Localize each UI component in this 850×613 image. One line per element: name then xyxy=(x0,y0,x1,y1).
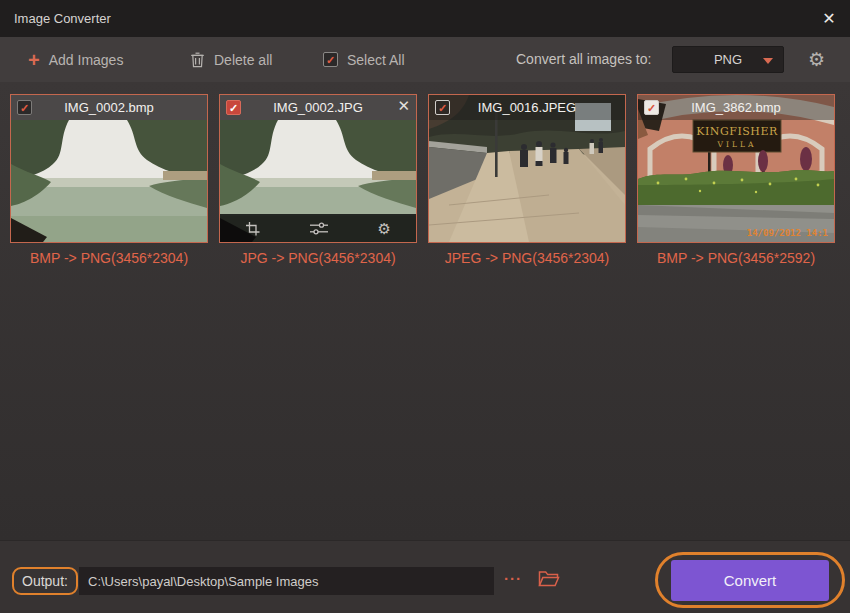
plus-icon: + xyxy=(28,50,40,70)
conversion-caption-2: JPG -> PNG(3456*2304) xyxy=(219,250,417,266)
card-header-2: ✓ IMG_0002.JPG xyxy=(220,95,416,120)
open-folder-icon[interactable] xyxy=(538,570,560,591)
image-cell-2: ✓ IMG_0002.JPG ✕ xyxy=(219,94,417,266)
card-header-3: ✓ IMG_0016.JPEG xyxy=(429,95,625,120)
convert-button-annotation: Convert xyxy=(655,552,845,608)
image-checkbox-3[interactable]: ✓ xyxy=(435,100,450,115)
thumbnail-lake-1 xyxy=(11,120,207,242)
convert-button[interactable]: Convert xyxy=(671,560,829,601)
image-card-4[interactable]: KINGFISHER VILLA xyxy=(637,94,835,243)
output-path-input[interactable] xyxy=(79,567,494,595)
filename-3: IMG_0016.JPEG xyxy=(429,95,625,120)
convert-all-label: Convert all images to: xyxy=(516,37,651,82)
filename-4: IMG_3862.bmp xyxy=(638,95,834,120)
delete-all-label: Delete all xyxy=(214,52,272,68)
output-label-annotation: Output: xyxy=(12,567,78,595)
format-selected-value: PNG xyxy=(714,52,742,67)
card-tool-overlay: ⚙ xyxy=(220,214,416,242)
image-checkbox-2[interactable]: ✓ xyxy=(226,100,241,115)
image-list-area: ✓ IMG_0002.bmp BMP -> PNG(3456*2304) xyxy=(0,82,850,540)
image-cell-1: ✓ IMG_0002.bmp BMP -> PNG(3456*2304) xyxy=(10,94,208,266)
image-card-1[interactable]: ✓ IMG_0002.bmp xyxy=(10,94,208,243)
image-converter-window: Image Converter ✕ + Add Images Delete al… xyxy=(0,0,850,613)
image-card-2[interactable]: ✓ IMG_0002.JPG ✕ xyxy=(219,94,417,243)
conversion-caption-1: BMP -> PNG(3456*2304) xyxy=(10,250,208,266)
window-close-icon[interactable]: ✕ xyxy=(818,8,840,30)
window-title: Image Converter xyxy=(14,0,111,37)
chevron-down-icon xyxy=(763,58,773,64)
filename-1: IMG_0002.bmp xyxy=(11,95,207,120)
crop-icon[interactable] xyxy=(245,221,260,236)
trash-icon xyxy=(190,51,205,68)
add-images-label: Add Images xyxy=(49,52,124,68)
checkbox-check-icon: ✓ xyxy=(323,52,338,67)
output-label: Output: xyxy=(22,573,68,589)
image-cell-4: KINGFISHER VILLA xyxy=(637,94,835,266)
adjust-sliders-icon[interactable] xyxy=(310,221,328,236)
image-cards-row: ✓ IMG_0002.bmp BMP -> PNG(3456*2304) xyxy=(10,94,835,266)
photo-date-stamp: 14/09/2012 14:1 xyxy=(747,228,828,238)
bottombar: Output: ··· Convert xyxy=(0,540,850,613)
filename-2: IMG_0002.JPG xyxy=(220,95,416,120)
browse-ellipsis-button[interactable]: ··· xyxy=(504,570,522,587)
conversion-caption-3: JPEG -> PNG(3456*2304) xyxy=(428,250,626,266)
titlebar: Image Converter ✕ xyxy=(0,0,850,37)
image-checkbox-4[interactable]: ✓ xyxy=(644,100,659,115)
image-checkbox-1[interactable]: ✓ xyxy=(17,100,32,115)
settings-gear-icon[interactable]: ⚙ xyxy=(808,37,825,82)
remove-image-icon[interactable]: ✕ xyxy=(397,97,410,115)
villa-sign-line1: KINGFISHER xyxy=(696,125,778,138)
format-dropdown[interactable]: PNG xyxy=(672,46,784,73)
select-all-label: Select All xyxy=(347,52,405,68)
card-header-1: ✓ IMG_0002.bmp xyxy=(11,95,207,120)
select-all-checkbox[interactable]: ✓ Select All xyxy=(323,37,405,82)
image-cell-3: ✓ IMG_0016.JPEG JPEG -> PNG(3456*2304) xyxy=(428,94,626,266)
add-images-button[interactable]: + Add Images xyxy=(28,37,123,82)
villa-sign-line2: VILLA xyxy=(717,140,757,149)
card-settings-gear-icon[interactable]: ⚙ xyxy=(378,221,391,236)
delete-all-button[interactable]: Delete all xyxy=(190,37,272,82)
card-header-4: ✓ IMG_3862.bmp xyxy=(638,95,834,120)
image-card-3[interactable]: ✓ IMG_0016.JPEG xyxy=(428,94,626,243)
toolbar: + Add Images Delete all ✓ Select All Con… xyxy=(0,37,850,82)
conversion-caption-4: BMP -> PNG(3456*2592) xyxy=(637,250,835,266)
